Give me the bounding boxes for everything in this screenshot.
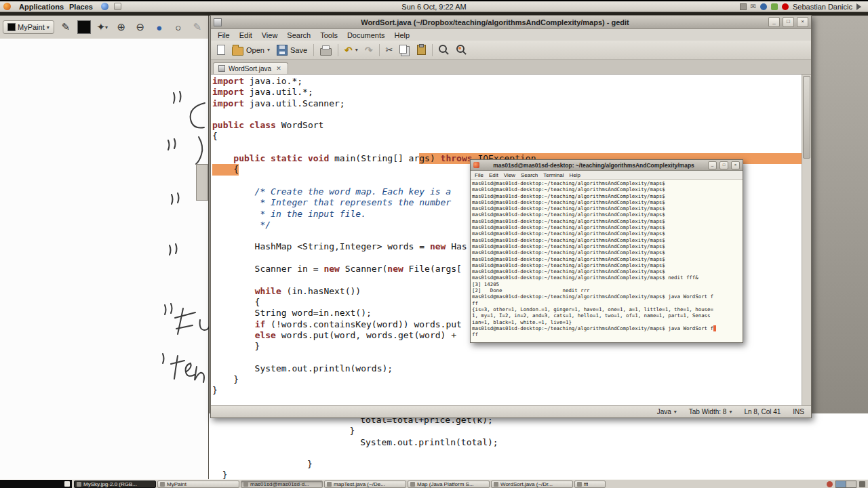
window-icon [577, 482, 582, 487]
tray-icon[interactable] [740, 3, 747, 10]
terminal-line: mas01sd@mas01sd-desktop:~/teaching/algor… [472, 218, 741, 224]
record-icon[interactable] [782, 3, 789, 10]
replace-button[interactable] [454, 43, 470, 57]
code-line [212, 142, 802, 153]
minimize-button[interactable]: _ [708, 161, 717, 169]
workspace-2[interactable] [846, 481, 856, 487]
volume-icon[interactable] [856, 3, 865, 10]
gedit-menu-tools[interactable]: Tools [316, 30, 342, 40]
gedit-menu-help[interactable]: Help [391, 30, 414, 40]
gedit-menu-file[interactable]: File [214, 30, 234, 40]
terminal-line: mas01sd@mas01sd-desktop:~/teaching/algor… [472, 199, 741, 205]
vertical-scrollbar[interactable] [802, 75, 811, 405]
terminal-line: mas01sd@mas01sd-desktop:~/teaching/algor… [472, 230, 741, 237]
star-icon: ✦ [96, 21, 105, 33]
toolbar-separator [313, 44, 314, 56]
cut-button[interactable]: ✂ [383, 44, 396, 56]
color-swatch[interactable] [77, 20, 91, 34]
window-icon [327, 482, 332, 487]
taskbar-item[interactable]: Map (Java Platform S... [408, 481, 490, 488]
copy-button[interactable] [397, 45, 413, 55]
user-switcher[interactable]: Sebastian Danicic [793, 3, 852, 11]
redo-button[interactable]: ↷ [362, 44, 376, 56]
terminal-line: mas01sd@mas01sd-desktop:~/teaching/algor… [472, 237, 741, 243]
show-desktop-icon[interactable] [64, 481, 70, 487]
panel-tray: ✉ Sebastian Danicic [740, 3, 865, 11]
scrollbar-thumb[interactable] [803, 76, 810, 159]
gedit-titlebar[interactable]: WordSort.java (~/Dropbox/teaching/algori… [211, 16, 811, 29]
maximize-button[interactable]: □ [783, 17, 794, 27]
language-selector[interactable]: Java ▾ [657, 408, 677, 415]
color-ring-icon[interactable]: ○ [171, 20, 186, 35]
terminal-menu-edit[interactable]: Edit [487, 172, 500, 178]
terminal-menu-help[interactable]: Help [567, 172, 582, 178]
panel-menu-applications[interactable]: Applications [16, 3, 66, 11]
terminal-cursor [713, 325, 716, 331]
brush-selector-icon[interactable]: ✦▾ [95, 20, 110, 35]
open-folder-icon [232, 47, 243, 56]
maximize-button[interactable]: □ [719, 161, 728, 169]
paste-button[interactable] [414, 43, 429, 56]
mypaint-canvas[interactable] [0, 39, 208, 479]
taskbar-item[interactable]: mapTest.java (~/De... [324, 481, 406, 488]
terminal-menu-file[interactable]: File [473, 172, 486, 178]
zoom-out-icon[interactable]: ⊖ [133, 20, 148, 35]
panel-clock[interactable]: Sun 6 Oct, 9:22 AM [401, 3, 466, 11]
network-icon[interactable] [760, 3, 767, 10]
taskbar-item[interactable]: MySky.jpg-2.0 (RGB... [74, 481, 156, 488]
terminal-line: [3] 14205 [472, 281, 741, 287]
tab-wordsort-java[interactable]: WordSort.java ✕ [213, 62, 288, 74]
gedit-menu-documents[interactable]: Documents [343, 30, 389, 40]
tab-width-selector[interactable]: Tab Width: 8 ▾ [689, 408, 732, 415]
print-button[interactable] [317, 43, 334, 57]
tab-label: WordSort.java [229, 65, 271, 73]
mypaint-menu-button[interactable]: MyPaint ▾ [3, 20, 54, 34]
gedit-toolbar: Open ▾ Save ↶▾ ↷ ✂ [211, 41, 811, 60]
toolbar-separator [432, 44, 433, 56]
open-button[interactable]: Open ▾ [229, 43, 273, 57]
terminal-line: mas01sd@mas01sd-desktop:~/teaching/algor… [472, 224, 741, 230]
new-button[interactable] [214, 43, 228, 56]
gedit-menu-search[interactable]: Search [283, 30, 315, 40]
save-button[interactable]: Save [274, 43, 310, 57]
gedit-menu-view[interactable]: View [258, 30, 282, 40]
chat-status-icon[interactable] [771, 3, 778, 10]
close-button[interactable]: × [797, 17, 808, 27]
browser-launcher-icon[interactable] [101, 3, 108, 10]
tab-close-icon[interactable]: ✕ [275, 64, 283, 73]
terminal-menu-search[interactable]: Search [519, 172, 540, 178]
taskbar-item-label: mas01sd@mas01sd-d... [250, 481, 309, 487]
taskbar-item[interactable]: WordSort.java (~/Dr... [491, 481, 573, 488]
color-circle-icon[interactable]: ● [152, 20, 167, 35]
mypaint-side-panel[interactable] [196, 164, 208, 201]
chevron-down-icon: ▾ [105, 24, 108, 30]
distro-logo-icon[interactable] [3, 3, 11, 10]
undo-button[interactable]: ↶▾ [342, 44, 361, 56]
terminal-titlebar[interactable]: mas01sd@mas01sd-desktop: ~/teaching/algo… [471, 160, 743, 171]
zoom-in-icon[interactable]: ⊕ [114, 20, 129, 35]
terminal-menu-terminal[interactable]: Terminal [541, 172, 566, 178]
eraser-tool-icon[interactable]: ✎ [190, 20, 205, 35]
mail-icon[interactable]: ✉ [751, 3, 756, 10]
app-launcher-icon[interactable] [114, 3, 121, 10]
taskbar-item[interactable]: MyPaint [157, 481, 239, 488]
trash-icon[interactable] [859, 481, 865, 487]
taskbar-items: MySky.jpg-2.0 (RGB...MyPaintmas01sd@mas0… [72, 481, 824, 488]
taskbar-item[interactable]: mas01sd@mas01sd-d... [241, 481, 323, 488]
terminal-line: mas01sd@mas01sd-desktop:~/teaching/algor… [472, 186, 741, 192]
workspace-1[interactable] [836, 481, 846, 487]
terminal-line: mas01sd@mas01sd-desktop:~/teaching/algor… [472, 268, 741, 274]
tab-width-label: Tab Width: 8 [689, 408, 727, 415]
panel-menu-places[interactable]: Places [66, 3, 96, 11]
terminal-menu-view[interactable]: View [502, 172, 517, 178]
terminal-output[interactable]: mas01sd@mas01sd-desktop:~/teaching/algor… [471, 180, 743, 342]
terminal-line: mas01sd@mas01sd-desktop:~/teaching/algor… [472, 262, 741, 268]
find-button[interactable] [436, 43, 452, 57]
close-button[interactable]: × [731, 161, 740, 169]
gedit-menu-edit[interactable]: Edit [235, 30, 256, 40]
pencil-tool-icon[interactable]: ✎ [58, 20, 73, 35]
paste-icon [417, 45, 426, 55]
taskbar-item[interactable]: fff [574, 481, 606, 488]
minimize-button[interactable]: _ [768, 17, 780, 27]
tray-app-icon[interactable] [827, 481, 833, 487]
